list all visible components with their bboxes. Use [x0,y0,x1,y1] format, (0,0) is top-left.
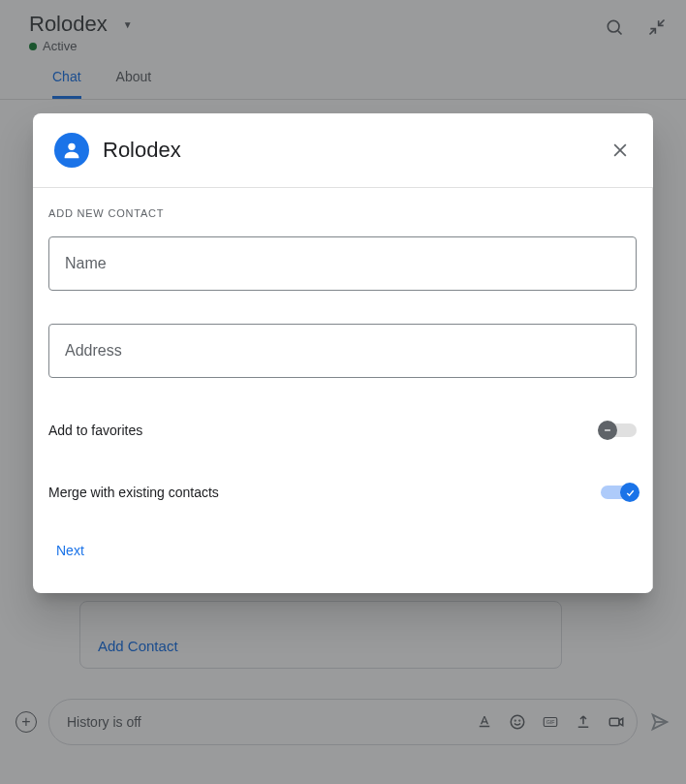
next-button[interactable]: Next [48,535,92,566]
person-icon [54,133,89,168]
close-icon[interactable] [608,139,632,162]
favorites-toggle[interactable] [601,423,637,437]
merge-toggle[interactable] [601,486,637,499]
dialog-title: Rolodex [103,138,608,163]
address-field[interactable] [48,324,637,378]
modal-overlay: Rolodex ADD NEW CONTACT Add to favorites… [0,0,686,784]
minus-icon [598,421,617,440]
merge-label: Merge with existing contacts [48,485,219,500]
rolodex-dialog: Rolodex ADD NEW CONTACT Add to favorites… [33,113,653,593]
check-icon [620,483,639,502]
name-field[interactable] [48,236,637,291]
section-label: ADD NEW CONTACT [48,207,637,219]
favorites-label: Add to favorites [48,423,142,438]
svg-point-12 [68,143,75,150]
